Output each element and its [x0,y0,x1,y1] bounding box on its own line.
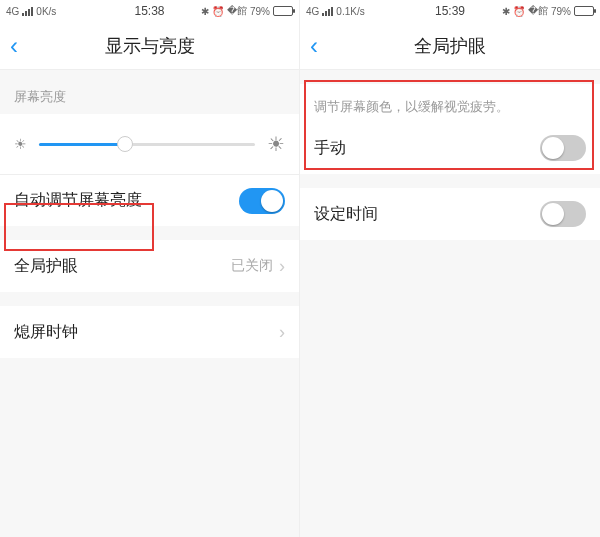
screen-clock-label: 熄屏时钟 [14,322,78,343]
back-button[interactable]: ‹ [310,32,334,60]
manual-toggle[interactable] [540,135,586,161]
manual-group: 调节屏幕颜色，以缓解视觉疲劳。 手动 [300,84,600,174]
network-label: 4G [306,6,319,17]
status-bar: 4G 0.1K/s 15:39 ✱ ⏰ �館 79% [300,0,600,22]
screen-clock-row[interactable]: 熄屏时钟 › [0,306,299,358]
bluetooth-icon: ✱ [502,6,510,17]
signal-icon [322,7,333,16]
brightness-slider-fill [39,143,125,146]
set-time-row[interactable]: 设定时间 [300,188,600,240]
auto-brightness-row[interactable]: 自动调节屏幕亮度 [0,174,299,226]
wifi-icon: �館 [227,4,247,18]
brightness-slider-thumb[interactable] [117,136,133,152]
page-title: 全局护眼 [414,34,486,58]
brightness-section-label: 屏幕亮度 [0,70,299,114]
battery-pct: 79% [250,6,270,17]
battery-icon [273,6,293,16]
wifi-icon: �館 [528,4,548,18]
set-time-label: 设定时间 [314,204,378,225]
manual-label: 手动 [314,138,346,159]
battery-pct: 79% [551,6,571,17]
net-speed: 0K/s [36,6,56,17]
back-button[interactable]: ‹ [10,32,34,60]
eye-care-hint: 调节屏幕颜色，以缓解视觉疲劳。 [300,84,600,122]
net-speed: 0.1K/s [336,6,364,17]
nav-bar: ‹ 显示与亮度 [0,22,299,70]
eye-care-value: 已关闭 [231,257,273,275]
manual-row[interactable]: 手动 [300,122,600,174]
sun-low-icon: ☀ [14,136,27,152]
page-title: 显示与亮度 [105,34,195,58]
alarm-icon: ⏰ [513,6,525,17]
screen-eye-care: 4G 0.1K/s 15:39 ✱ ⏰ �館 79% ‹ 全局护眼 调节屏幕颜色… [300,0,600,537]
eye-care-label: 全局护眼 [14,256,78,277]
auto-brightness-label: 自动调节屏幕亮度 [14,190,142,211]
clock: 15:38 [134,4,164,18]
auto-brightness-toggle[interactable] [239,188,285,214]
set-time-toggle[interactable] [540,201,586,227]
clock: 15:39 [435,4,465,18]
battery-icon [574,6,594,16]
eye-care-row[interactable]: 全局护眼 已关闭 › [0,240,299,292]
alarm-icon: ⏰ [212,6,224,17]
network-label: 4G [6,6,19,17]
bluetooth-icon: ✱ [201,6,209,17]
signal-icon [22,7,33,16]
screen-display-brightness: 4G 0K/s 15:38 ✱ ⏰ �館 79% ‹ 显示与亮度 屏幕亮度 ☀ … [0,0,300,537]
chevron-right-icon: › [279,256,285,277]
brightness-slider-row: ☀ ☀ [0,114,299,174]
brightness-slider[interactable] [39,143,255,146]
sun-high-icon: ☀ [267,132,285,156]
chevron-right-icon: › [279,322,285,343]
nav-bar: ‹ 全局护眼 [300,22,600,70]
status-bar: 4G 0K/s 15:38 ✱ ⏰ �館 79% [0,0,299,22]
